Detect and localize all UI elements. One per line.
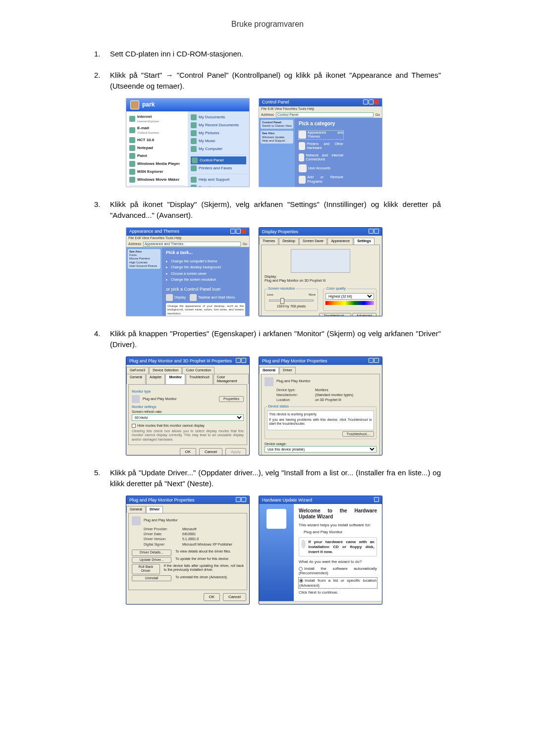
window-buttons[interactable] [230,229,246,235]
kv-value: on 3D Prophet III [315,398,341,402]
address-field[interactable]: Appearance and Themes [143,242,241,247]
control-panel-icon[interactable]: Taskbar and Start Menu [190,294,235,301]
window-buttons[interactable] [363,100,379,106]
control-panel-icon[interactable]: Display [166,294,186,301]
window-buttons[interactable] [374,497,379,504]
tab[interactable]: Color Correction [182,367,214,373]
start-menu-item[interactable]: Notepad [129,144,185,152]
start-menu-user-banner: park [126,99,249,111]
tab[interactable]: Settings [354,238,374,244]
tab[interactable]: Adapter [146,374,165,385]
page-title: Bruke programvaren [94,20,441,29]
task-link[interactable]: Change the desktop background [166,264,245,270]
category-item[interactable]: Add or Remove Programs [299,175,343,184]
device-usage-select[interactable]: Use this device (enable) [265,446,376,453]
tab[interactable]: General [126,374,146,385]
start-menu-item[interactable]: HCT 10.0 [129,136,185,144]
radio-list[interactable] [299,579,303,583]
roll-back-driver-button[interactable]: Roll Back Driver [132,564,160,574]
tab[interactable]: Monitor [165,374,185,385]
tab[interactable]: Color Management [214,374,249,385]
color-quality-select[interactable]: Highest (32 bit) [325,293,374,300]
hide-modes-checkbox[interactable] [132,424,136,428]
start-menu-item[interactable]: My Pictures [191,129,246,137]
window-buttons[interactable] [368,358,379,364]
cancel-button[interactable]: Cancel [223,593,246,601]
refresh-rate-select[interactable]: 60 Hertz [132,414,244,421]
device-status-group: Device status [267,404,290,408]
apply-button[interactable]: Apply [225,448,246,455]
go-button[interactable]: Go [243,242,247,246]
see-also-link[interactable]: User Account Picture [129,264,159,268]
start-menu-item[interactable]: InternetInternet Explorer [129,113,185,125]
see-also-link[interactable]: Mouse Pointers [129,257,159,260]
start-menu-item[interactable]: Windows Media Player [129,160,185,168]
start-menu-item[interactable]: My Music [191,137,246,145]
category-item[interactable]: Appearance and Themes [299,131,343,139]
radio-auto[interactable] [299,567,303,571]
ok-button[interactable]: OK [204,593,220,601]
troubleshoot-button[interactable]: Troubleshoot... [319,313,351,316]
window-buttons[interactable] [235,497,246,504]
step-5-text: Klikk på "Update Driver..." (Oppdater dr… [110,468,441,488]
troubleshoot-button[interactable]: Troubleshoot... [342,431,374,437]
folder-icon [191,122,197,128]
category-item[interactable]: User Accounts [299,164,343,172]
uninstall-button[interactable]: Uninstall [132,575,171,581]
see-also-link[interactable]: High Contrast [129,261,159,264]
ok-button[interactable]: OK [180,448,197,455]
start-menu-item[interactable]: E-mailOutlook Express [129,125,185,136]
screenshot-start-menu: park InternetInternet ExplorerE-mailOutl… [126,98,250,187]
advanced-button[interactable]: Advanced [352,313,376,316]
start-menu-item[interactable]: MSN Explorer [129,168,185,176]
tab[interactable]: General [126,506,146,512]
tab[interactable]: Desktop [279,238,299,244]
start-menu-item[interactable]: Printers and Faxes [191,164,246,172]
see-also-link[interactable]: Windows Update [262,136,292,139]
task-link[interactable]: Choose a screen saver [166,271,245,277]
start-menu-item[interactable]: My Recent Documents [191,121,246,129]
start-menu-item[interactable]: Search [191,184,246,187]
update-driver-button[interactable]: Update Driver... [132,557,171,563]
device-status-box: This device is working properly. If you … [267,410,374,430]
tab[interactable]: General [259,367,279,373]
window-buttons[interactable] [368,229,379,235]
tab[interactable]: Themes [259,238,278,244]
switch-view-link[interactable]: Switch to Classic View [262,124,292,127]
step-4: Klikk på knappen "Properties" (Egenskape… [94,328,441,455]
update-driver-desc: To update the driver for this device. [175,557,229,563]
go-button[interactable]: Go [375,113,380,117]
see-also-link[interactable]: Fonts [129,253,159,257]
wizard-question: What do you want the wizard to do? [299,559,377,564]
start-menu-item[interactable]: Control Panel [191,156,246,164]
start-menu-item[interactable]: Windows Movie Maker [129,176,185,184]
resolution-slider[interactable] [269,300,314,302]
address-field[interactable]: Control Panel [276,112,374,117]
start-menu-item[interactable]: My Computer [191,145,246,153]
cancel-button[interactable]: Cancel [199,448,222,455]
task-link[interactable]: Change the computer's theme [166,258,245,264]
tab[interactable]: GeForce3 [126,367,149,373]
kv-value: (Standard monitor types) [315,393,353,397]
category-item[interactable]: Printers and Other Hardware [299,142,343,151]
start-menu-item[interactable]: My Documents [191,113,246,121]
window-buttons[interactable] [235,358,246,364]
tab[interactable]: Screen Saver [299,238,327,244]
see-also-link[interactable]: Help and Support [262,139,292,143]
tab[interactable]: Device Selection [149,367,182,373]
driver-details-button[interactable]: Driver Details... [132,550,171,555]
tab[interactable]: Driver [146,506,163,512]
start-menu-item[interactable]: Help and Support [191,176,246,184]
or-pick-icon-heading: or pick a Control Panel icon [166,287,245,292]
app-icon [129,145,135,151]
address-label: Address [261,113,274,117]
tab[interactable]: Troubleshoot [186,374,213,385]
category-item[interactable]: Network and Internet Connections [299,153,343,162]
task-link[interactable]: Change the screen resolution [166,277,245,283]
start-menu-item[interactable]: Paint [129,152,185,160]
properties-button[interactable]: Properties [219,396,244,402]
menu-bar[interactable]: File Edit View Favorites Tools Help [126,236,249,241]
menu-bar[interactable]: File Edit View Favorites Tools Help [259,106,382,111]
tab[interactable]: Driver [279,367,296,373]
tab[interactable]: Appearance [327,238,353,244]
